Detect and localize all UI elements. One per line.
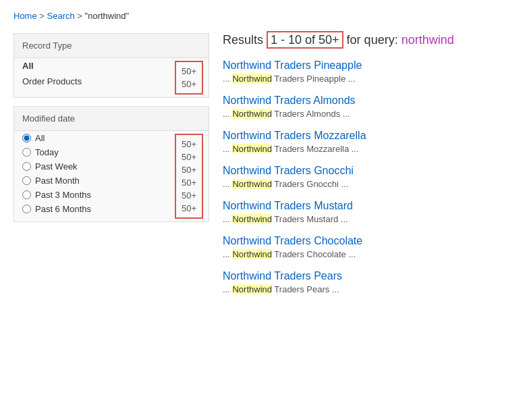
result-snippet-1: ... Northwind Traders Pineapple ...: [223, 74, 512, 84]
result-title-3[interactable]: Northwind Traders Mozzarella: [223, 130, 512, 142]
record-type-orderproducts-label[interactable]: Order Products: [22, 76, 82, 86]
date-pastmonth-label[interactable]: Past Month: [35, 176, 80, 186]
result-title-1[interactable]: Northwind Traders Pineapple: [223, 59, 512, 72]
snippet-highlight-5: Northwind: [232, 214, 272, 224]
results-range: 1 - 10 of 50+: [267, 31, 343, 49]
date-past6months-label[interactable]: Past 6 Months: [35, 204, 91, 214]
date-pastweek-count: 50+: [182, 163, 196, 176]
snippet-highlight-2: Northwind: [232, 109, 272, 119]
date-today-count: 50+: [182, 151, 196, 163]
date-option-all: All: [14, 131, 169, 145]
result-snippet-3: ... Northwind Traders Mozzarella ...: [223, 144, 512, 154]
snippet-after-4: Traders Gnocchi ...: [272, 179, 348, 189]
record-type-all-label[interactable]: All: [22, 61, 34, 71]
snippet-after-3: Traders Mozzarella ...: [272, 144, 359, 154]
record-type-labels: All Order Products: [14, 58, 169, 97]
date-option-pastweek: Past Week: [14, 159, 169, 174]
result-item-6: Northwind Traders Chocolate ... Northwin…: [223, 235, 512, 259]
page-wrapper: Home > Search > "northwind" Record Type …: [0, 0, 525, 316]
date-options-labels: All Today Past Week Past Month: [14, 131, 169, 221]
record-type-filter: Record Type All Order Products 50+ 50+: [13, 33, 209, 98]
result-snippet-4: ... Northwind Traders Gnocchi ...: [223, 179, 512, 189]
results-area: Results 1 - 10 of 50+ for query: northwi…: [223, 33, 512, 305]
snippet-highlight-7: Northwind: [232, 284, 272, 294]
snippet-before-3: ...: [223, 144, 232, 154]
result-title-2[interactable]: Northwind Traders Almonds: [223, 95, 512, 107]
snippet-before-4: ...: [223, 179, 232, 189]
date-today-label[interactable]: Today: [35, 147, 59, 157]
sidebar: Record Type All Order Products 50+ 50+: [13, 33, 209, 305]
breadcrumb-home[interactable]: Home: [13, 11, 37, 21]
date-past3months-label[interactable]: Past 3 Months: [35, 190, 91, 200]
result-item-7: Northwind Traders Pears ... Northwind Tr…: [223, 270, 512, 294]
date-past3months-radio[interactable]: [22, 190, 31, 199]
breadcrumb-sep2: >: [77, 11, 84, 21]
snippet-highlight-6: Northwind: [232, 249, 272, 259]
date-counts: 50+ 50+ 50+ 50+ 50+ 50+: [175, 134, 203, 219]
date-today-radio[interactable]: [22, 148, 31, 157]
modified-date-header: Modified date: [14, 107, 209, 131]
record-type-orderproducts-count: 50+: [182, 78, 196, 90]
date-all-radio[interactable]: [22, 134, 31, 142]
result-title-7[interactable]: Northwind Traders Pears: [223, 270, 512, 282]
snippet-before-6: ...: [223, 249, 232, 259]
results-header: Results 1 - 10 of 50+ for query: northwi…: [223, 33, 512, 47]
date-option-past3months: Past 3 Months: [14, 188, 169, 202]
result-title-5[interactable]: Northwind Traders Mustard: [223, 200, 512, 212]
breadcrumb-search[interactable]: Search: [47, 11, 75, 21]
result-title-4[interactable]: Northwind Traders Gnocchi: [223, 165, 512, 177]
date-pastmonth-count: 50+: [182, 176, 196, 189]
record-type-body: All Order Products 50+ 50+: [14, 58, 209, 97]
date-past3months-count: 50+: [182, 189, 196, 202]
snippet-before-5: ...: [223, 214, 232, 224]
result-snippet-2: ... Northwind Traders Almonds ...: [223, 109, 512, 119]
result-title-6[interactable]: Northwind Traders Chocolate: [223, 235, 512, 247]
result-item-3: Northwind Traders Mozzarella ... Northwi…: [223, 130, 512, 154]
snippet-after-5: Traders Mustard ...: [272, 214, 348, 224]
snippet-after-6: Traders Chocolate ...: [272, 249, 356, 259]
date-all-label[interactable]: All: [35, 133, 45, 143]
snippet-before-1: ...: [223, 74, 232, 84]
result-item-4: Northwind Traders Gnocchi ... Northwind …: [223, 165, 512, 189]
snippet-before-2: ...: [223, 109, 232, 119]
results-suffix: for query:: [343, 33, 402, 47]
snippet-after-7: Traders Pears ...: [272, 284, 339, 294]
record-type-all-row: All: [14, 58, 169, 74]
date-option-today: Today: [14, 145, 169, 159]
record-type-orderproducts-row: Order Products: [14, 74, 169, 89]
date-pastweek-label[interactable]: Past Week: [35, 161, 78, 172]
modified-date-filter: Modified date All Today Past: [13, 106, 209, 222]
modified-date-body: All Today Past Week Past Month: [14, 131, 209, 221]
date-option-pastmonth: Past Month: [14, 174, 169, 188]
result-snippet-6: ... Northwind Traders Chocolate ...: [223, 249, 512, 259]
main-layout: Record Type All Order Products 50+ 50+: [13, 33, 512, 305]
result-item-1: Northwind Traders Pineapple ... Northwin…: [223, 59, 512, 84]
record-type-header: Record Type: [14, 34, 209, 58]
snippet-highlight-3: Northwind: [232, 144, 272, 154]
breadcrumb-query: "northwind": [85, 11, 130, 21]
breadcrumb-sep1: >: [39, 11, 47, 21]
snippet-after-2: Traders Almonds ...: [272, 109, 350, 119]
results-query: northwind: [402, 33, 454, 47]
snippet-before-7: ...: [223, 284, 232, 294]
result-snippet-5: ... Northwind Traders Mustard ...: [223, 214, 512, 224]
result-item-5: Northwind Traders Mustard ... Northwind …: [223, 200, 512, 224]
snippet-after-1: Traders Pineapple ...: [272, 74, 356, 84]
date-past6months-count: 50+: [182, 202, 196, 215]
breadcrumb: Home > Search > "northwind": [13, 11, 512, 21]
snippet-highlight-1: Northwind: [232, 74, 272, 84]
date-pastmonth-radio[interactable]: [22, 176, 31, 185]
date-option-past6months: Past 6 Months: [14, 202, 169, 216]
result-snippet-7: ... Northwind Traders Pears ...: [223, 284, 512, 294]
snippet-highlight-4: Northwind: [232, 179, 272, 189]
results-prefix: Results: [223, 33, 267, 47]
date-all-count: 50+: [182, 138, 196, 151]
record-type-all-count: 50+: [182, 65, 196, 78]
date-pastweek-radio[interactable]: [22, 162, 31, 171]
date-past6months-radio[interactable]: [22, 205, 31, 213]
record-type-counts: 50+ 50+: [175, 61, 203, 95]
result-item-2: Northwind Traders Almonds ... Northwind …: [223, 95, 512, 119]
